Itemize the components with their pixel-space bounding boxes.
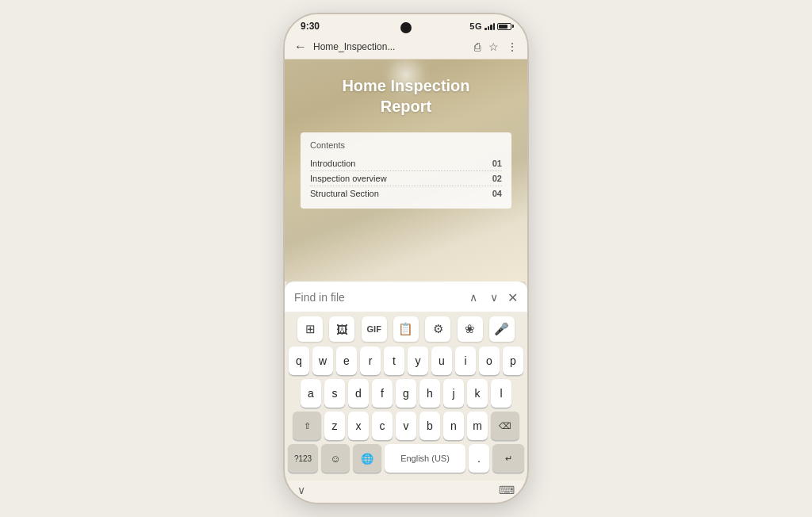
document-title: Home Inspection Report	[301, 75, 511, 117]
back-button[interactable]: ←	[294, 40, 307, 54]
document-body: Home Inspection Report Contents Introduc…	[301, 75, 511, 209]
contents-row-inspection: Inspection overview 02	[310, 171, 502, 186]
phone-device: 9:30 5G ← Home_Inspection... ⎙ ☆ ⋮ Home …	[283, 13, 529, 504]
contents-item-name: Introduction	[310, 159, 355, 168]
period-key[interactable]: .	[469, 444, 489, 473]
keyboard-toolbar: ⊞ 🖼 GIF 📋 ⚙ ❀ 🎤	[288, 316, 524, 342]
contents-item-name: Inspection overview	[310, 174, 387, 183]
find-input[interactable]	[294, 291, 460, 304]
key-j[interactable]: j	[443, 379, 464, 408]
key-a[interactable]: a	[301, 379, 321, 408]
enter-key[interactable]: ↵	[492, 444, 524, 473]
contents-box: Contents Introduction 01 Inspection over…	[301, 132, 511, 209]
key-v[interactable]: v	[396, 412, 416, 440]
status-time: 9:30	[301, 21, 320, 32]
keyboard-row-3: ⇧ z x c v b n m ⌫	[288, 412, 524, 440]
key-f[interactable]: f	[372, 379, 393, 408]
globe-key[interactable]: 🌐	[353, 444, 381, 473]
key-e[interactable]: e	[336, 347, 357, 375]
keyboard: ⊞ 🖼 GIF 📋 ⚙ ❀ 🎤 q w e r t y u i o p	[285, 312, 527, 481]
key-k[interactable]: k	[467, 379, 488, 408]
keyboard-tool-image[interactable]: 🖼	[329, 316, 354, 342]
key-b[interactable]: b	[419, 412, 440, 440]
contents-row-introduction: Introduction 01	[310, 156, 502, 171]
keyboard-tool-mic[interactable]: 🎤	[489, 316, 515, 342]
keyboard-row-1: q w e r t y u i o p	[288, 347, 524, 375]
keyboard-tool-sticker[interactable]: ❀	[458, 316, 483, 342]
keyboard-row-4: ?123 ☺ 🌐 English (US) . ↵	[288, 444, 524, 473]
key-y[interactable]: y	[408, 347, 428, 375]
keyboard-tool-settings[interactable]: ⚙	[425, 316, 450, 342]
contents-item-name: Structural Section	[310, 189, 379, 198]
contents-item-page: 04	[492, 189, 502, 198]
browser-action-icons: ⎙ ☆ ⋮	[474, 40, 518, 53]
browser-toolbar: ← Home_Inspection... ⎙ ☆ ⋮	[285, 35, 527, 59]
star-icon[interactable]: ☆	[488, 40, 499, 53]
find-prev-button[interactable]: ∧	[466, 289, 481, 305]
find-next-button[interactable]: ∨	[487, 289, 501, 305]
keyboard-tool-gif[interactable]: GIF	[362, 316, 387, 342]
key-h[interactable]: h	[419, 379, 440, 408]
share-icon[interactable]: ⎙	[474, 40, 481, 53]
key-r[interactable]: r	[360, 347, 381, 375]
key-p[interactable]: p	[503, 347, 523, 375]
key-z[interactable]: z	[324, 412, 345, 440]
find-navigation: ∧ ∨ ✕	[466, 289, 518, 305]
key-d[interactable]: d	[348, 379, 369, 408]
phone-bottom-bar: ∨ ⌨	[285, 481, 527, 503]
find-close-button[interactable]: ✕	[508, 290, 518, 305]
key-n[interactable]: n	[443, 412, 464, 440]
key-s[interactable]: s	[324, 379, 345, 408]
key-u[interactable]: u	[431, 347, 452, 375]
shift-key[interactable]: ⇧	[293, 412, 321, 440]
delete-key[interactable]: ⌫	[491, 412, 519, 440]
key-o[interactable]: o	[479, 347, 500, 375]
battery-icon	[497, 23, 511, 30]
key-m[interactable]: m	[467, 412, 488, 440]
keyboard-rows: q w e r t y u i o p a s d f g h j k	[288, 347, 524, 473]
contents-row-structural: Structural Section 04	[310, 186, 502, 201]
key-w[interactable]: w	[312, 347, 333, 375]
status-icons: 5G	[469, 21, 511, 31]
contents-label: Contents	[310, 140, 502, 150]
contents-item-page: 01	[492, 159, 502, 168]
network-label: 5G	[469, 21, 482, 31]
find-bar: ∧ ∨ ✕	[285, 281, 527, 312]
contents-item-page: 02	[492, 174, 502, 183]
keyboard-row-2: a s d f g h j k l	[288, 379, 524, 408]
key-i[interactable]: i	[455, 347, 476, 375]
key-g[interactable]: g	[396, 379, 416, 408]
keyboard-tool-grid[interactable]: ⊞	[297, 316, 323, 342]
key-c[interactable]: c	[372, 412, 393, 440]
url-bar[interactable]: Home_Inspection...	[313, 41, 468, 52]
space-key[interactable]: English (US)	[385, 444, 465, 473]
emoji-key[interactable]: ☺	[321, 444, 350, 473]
key-l[interactable]: l	[491, 379, 511, 408]
collapse-keyboard-button[interactable]: ∨	[297, 484, 305, 496]
signal-bars-icon	[485, 22, 495, 30]
phone-camera	[400, 22, 412, 33]
more-options-icon[interactable]: ⋮	[507, 40, 518, 53]
num-key[interactable]: ?123	[288, 444, 318, 473]
key-q[interactable]: q	[289, 347, 309, 375]
keyboard-tool-clipboard[interactable]: 📋	[393, 316, 419, 342]
document-viewer: Home Inspection Report Contents Introduc…	[285, 59, 527, 281]
key-x[interactable]: x	[348, 412, 369, 440]
key-t[interactable]: t	[384, 347, 404, 375]
keyboard-switcher-icon[interactable]: ⌨	[499, 484, 515, 496]
